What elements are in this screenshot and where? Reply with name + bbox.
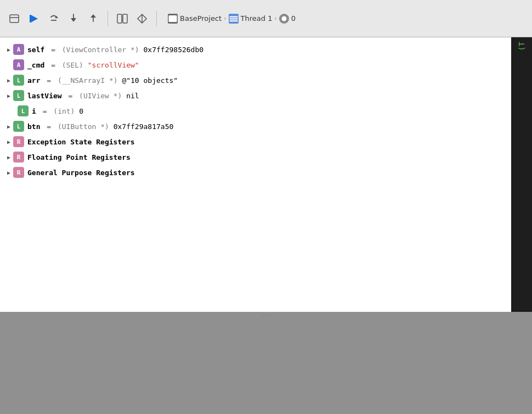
view-split-button[interactable] bbox=[115, 11, 130, 26]
var-equals-cmd: = bbox=[47, 61, 59, 69]
toolbar: BaseProject › Thread 1 › 0 bbox=[0, 0, 532, 37]
expand-arrow-btn[interactable]: ▶ bbox=[4, 122, 13, 131]
breadcrumb-thread[interactable]: Thread 1 bbox=[229, 14, 273, 24]
svg-rect-0 bbox=[10, 15, 19, 23]
panel-toggle-button[interactable] bbox=[7, 11, 22, 26]
svg-point-18 bbox=[281, 16, 286, 21]
step-into-button[interactable] bbox=[66, 11, 81, 26]
var-type-arr: (__NSArrayI *) bbox=[58, 76, 122, 85]
type-badge-float: R bbox=[13, 152, 24, 163]
var-name-float: Floating Point Registers bbox=[27, 153, 131, 161]
expand-arrow-lastview[interactable]: ▶ bbox=[4, 91, 13, 100]
step-over-button[interactable] bbox=[46, 11, 61, 26]
list-item[interactable]: ▶ L btn = (UIButton *) 0x7ff29a817a50 bbox=[0, 119, 511, 134]
frame-icon bbox=[279, 14, 289, 24]
svg-marker-7 bbox=[71, 18, 76, 22]
svg-rect-14 bbox=[169, 15, 177, 22]
expand-arrow-float[interactable]: ▶ bbox=[4, 153, 13, 161]
resize-dot: · · · bbox=[262, 312, 270, 318]
svg-marker-2 bbox=[31, 15, 38, 23]
var-name-i: i bbox=[32, 107, 36, 115]
frame-count: 0 bbox=[291, 14, 296, 23]
bottom-panel: · · · bbox=[0, 312, 532, 414]
var-equals-i: = bbox=[38, 107, 51, 115]
type-badge-general: R bbox=[13, 167, 24, 178]
var-value-arr: @"10 objects" bbox=[122, 76, 178, 85]
var-type-lastview: (UIView *) bbox=[79, 92, 126, 100]
breadcrumb-frame[interactable]: 0 bbox=[279, 14, 296, 24]
expand-arrow-general[interactable]: ▶ bbox=[4, 168, 13, 177]
step-out-button[interactable] bbox=[86, 11, 101, 26]
var-type-i: (int) bbox=[53, 107, 79, 115]
var-equals-self: = bbox=[47, 46, 59, 54]
project-name: BaseProject bbox=[180, 14, 222, 23]
var-value-btn: 0x7ff29a817a50 bbox=[114, 122, 174, 131]
toolbar-divider-2 bbox=[156, 11, 157, 26]
right-panel-text: (T bbox=[517, 42, 526, 51]
type-badge-lastview: L bbox=[13, 90, 24, 101]
var-name-general: General Purpose Registers bbox=[27, 169, 135, 177]
list-item[interactable]: ▶ R Floating Point Registers bbox=[0, 149, 511, 165]
svg-rect-15 bbox=[229, 16, 237, 17]
type-badge-btn: L bbox=[13, 121, 24, 132]
var-type-cmd: (SEL) bbox=[62, 61, 88, 69]
var-type-self: (ViewController *) bbox=[62, 46, 144, 54]
breadcrumb-chevron-2: › bbox=[274, 15, 276, 22]
location-button[interactable] bbox=[134, 11, 150, 26]
svg-rect-17 bbox=[229, 20, 237, 21]
type-badge-i: L bbox=[18, 105, 29, 116]
list-item[interactable]: ▶ L lastView = (UIView *) nil bbox=[0, 88, 511, 103]
list-item[interactable]: ▶ L arr = (__NSArrayI *) @"10 objects" bbox=[0, 72, 511, 88]
var-equals-lastview: = bbox=[64, 92, 77, 100]
breadcrumb-project[interactable]: BaseProject bbox=[168, 14, 222, 24]
svg-rect-3 bbox=[30, 15, 31, 23]
resize-handle[interactable]: · · · bbox=[0, 312, 532, 314]
svg-rect-11 bbox=[123, 14, 127, 23]
type-badge-self: A bbox=[13, 44, 24, 55]
list-item[interactable]: ▶ R Exception State Registers bbox=[0, 134, 511, 149]
project-icon bbox=[168, 14, 178, 24]
expand-arrow-exception[interactable]: ▶ bbox=[4, 137, 13, 146]
var-name-self: self bbox=[27, 46, 44, 54]
svg-rect-16 bbox=[229, 18, 237, 19]
var-value-i: 0 bbox=[79, 107, 83, 115]
var-name-lastview: lastView bbox=[27, 92, 62, 100]
list-item[interactable]: ▶ A _cmd = (SEL) "scrollView" bbox=[0, 57, 511, 72]
list-item[interactable]: ▶ A self = (ViewController *) 0x7ff29852… bbox=[0, 42, 511, 57]
expand-arrow-self[interactable]: ▶ bbox=[4, 45, 13, 54]
type-badge-exception: R bbox=[13, 136, 24, 147]
var-value-self: 0x7ff298526db0 bbox=[144, 46, 204, 54]
thread-icon bbox=[229, 14, 239, 24]
var-type-btn: (UIButton *) bbox=[58, 122, 114, 131]
thread-name: Thread 1 bbox=[241, 14, 273, 23]
var-name-exception: Exception State Registers bbox=[27, 138, 135, 146]
var-value-lastview: nil bbox=[126, 92, 139, 100]
svg-marker-9 bbox=[90, 14, 96, 18]
toolbar-divider-1 bbox=[107, 11, 108, 26]
list-item[interactable]: L i = (int) 0 bbox=[0, 103, 511, 119]
var-equals-btn: = bbox=[42, 122, 55, 131]
expand-arrow-arr[interactable]: ▶ bbox=[4, 76, 13, 85]
list-item[interactable]: ▶ R General Purpose Registers bbox=[0, 165, 511, 180]
type-badge-arr: L bbox=[13, 75, 24, 86]
continue-button[interactable] bbox=[26, 11, 42, 26]
var-value-cmd: "scrollView" bbox=[88, 61, 139, 69]
var-equals-arr: = bbox=[42, 76, 55, 85]
var-name-arr: arr bbox=[27, 76, 40, 85]
breadcrumb-chevron-1: › bbox=[224, 15, 226, 22]
breadcrumb: BaseProject › Thread 1 › 0 bbox=[168, 14, 296, 24]
var-name-cmd: _cmd bbox=[27, 61, 44, 69]
svg-rect-10 bbox=[117, 14, 122, 23]
type-badge-cmd: A bbox=[13, 59, 24, 70]
var-name-btn: btn bbox=[27, 122, 40, 131]
